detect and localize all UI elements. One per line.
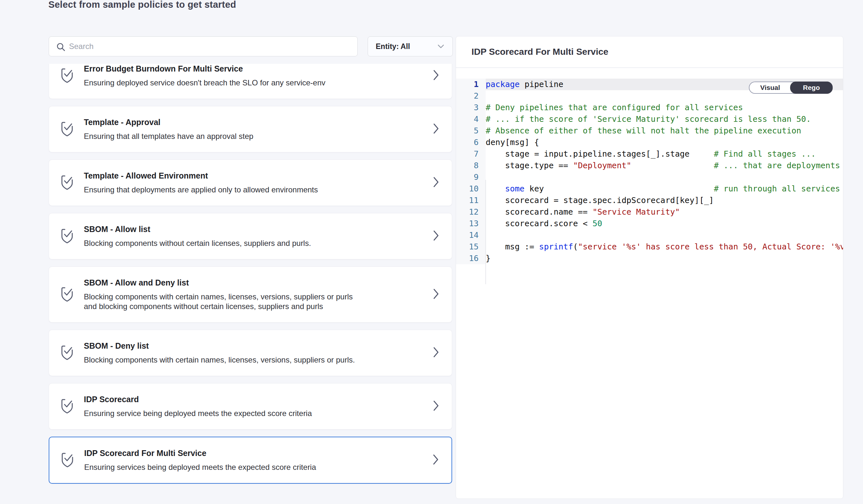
search-box xyxy=(49,36,358,56)
rego-code-editor: 1package pipeline23# Deny pipelines that… xyxy=(456,68,843,264)
detail-header: IDP Scorecard For Multi Service xyxy=(456,36,843,68)
policy-title: Template - Allowed Environment xyxy=(84,171,318,180)
code-line: 9 xyxy=(456,171,843,183)
line-number: 16 xyxy=(456,253,486,264)
indent-guide xyxy=(485,180,486,284)
search-input[interactable] xyxy=(49,37,357,56)
toggle-rego[interactable]: Rego xyxy=(790,81,833,94)
policy-description: Ensuring service being deployed meets th… xyxy=(84,409,312,418)
policy-shield-check-icon xyxy=(60,67,74,85)
chevron-right-icon xyxy=(433,69,439,82)
chevron-right-icon xyxy=(433,230,439,242)
policy-card[interactable]: SBOM - Deny listBlocking components with… xyxy=(49,329,452,376)
line-number: 5 xyxy=(456,125,486,137)
policy-card[interactable]: SBOM - Allow and Deny listBlocking compo… xyxy=(49,267,452,323)
line-number: 4 xyxy=(456,114,486,125)
policy-card[interactable]: Template - ApprovalEnsuring that all tem… xyxy=(49,106,452,152)
detail-title: IDP Scorecard For Multi Service xyxy=(472,47,608,57)
entity-filter-label: Entity: All xyxy=(376,42,410,51)
chevron-right-icon xyxy=(433,454,439,466)
policy-shield-check-icon xyxy=(60,120,74,138)
line-number: 11 xyxy=(456,195,486,206)
policy-card[interactable]: Error Budget Burndown For Multi ServiceE… xyxy=(49,64,452,99)
code-line: 7 stage = input.pipeline.stages[_].stage… xyxy=(456,148,843,160)
code-line: 3# Deny pipelines that are configured fo… xyxy=(456,102,843,114)
line-number: 15 xyxy=(456,241,486,253)
code-line: 8 stage.type == "Deployment" # ... that … xyxy=(456,160,843,171)
policy-description: Ensuring deployed service doesn't breach… xyxy=(84,78,325,88)
code-line: 11 scorecard = stage.spec.idpScorecard[k… xyxy=(456,195,843,206)
policy-card[interactable]: IDP Scorecard For Multi ServiceEnsuring … xyxy=(49,437,452,484)
policy-card[interactable]: SBOM - Allow listBlocking components wit… xyxy=(49,213,452,259)
code-text: scorecard = stage.spec.idpScorecard[key]… xyxy=(486,195,843,206)
line-number: 14 xyxy=(456,230,486,241)
code-line: 14 xyxy=(456,230,843,241)
policy-list: Error Budget Burndown For Multi ServiceE… xyxy=(49,64,452,504)
policy-shield-check-icon xyxy=(60,174,74,192)
line-number: 3 xyxy=(456,102,486,114)
code-line: 5# Absence of either of these will not h… xyxy=(456,125,843,137)
chevron-right-icon xyxy=(433,288,439,301)
code-text xyxy=(486,230,843,241)
policy-shield-check-icon xyxy=(60,227,74,245)
line-number: 9 xyxy=(456,171,486,183)
policy-title: Template - Approval xyxy=(84,117,253,127)
policy-title: Error Budget Burndown For Multi Service xyxy=(84,64,325,74)
code-text: stage.type == "Deployment" # ... that ar… xyxy=(486,160,843,171)
code-lines: 1package pipeline23# Deny pipelines that… xyxy=(456,79,843,264)
toggle-visual[interactable]: Visual xyxy=(750,82,791,93)
policy-card[interactable]: Template - Allowed EnvironmentEnsuring t… xyxy=(49,159,452,206)
code-text: deny[msg] { xyxy=(486,137,843,148)
policy-title: SBOM - Deny list xyxy=(84,341,355,351)
policy-title: SBOM - Allow and Deny list xyxy=(84,278,368,287)
policy-card[interactable]: IDP ScorecardEnsuring service being depl… xyxy=(49,383,452,429)
code-text: scorecard.name == "Service Maturity" xyxy=(486,206,843,218)
code-text xyxy=(486,171,843,183)
chevron-right-icon xyxy=(433,347,439,359)
line-number: 8 xyxy=(456,160,486,171)
page-title: Select from sample policies to get start… xyxy=(48,0,236,10)
code-text: some key # run through all services xyxy=(486,183,843,195)
line-number: 13 xyxy=(456,218,486,230)
policy-description: Blocking components with certain names, … xyxy=(84,355,355,365)
code-text: scorecard.score < 50 xyxy=(486,218,843,230)
chevron-down-icon xyxy=(437,44,445,49)
policy-shield-check-icon xyxy=(60,344,74,362)
chevron-right-icon xyxy=(433,123,439,135)
code-line: 4# ... if the score of 'Service Maturity… xyxy=(456,114,843,125)
policy-shield-check-icon xyxy=(60,285,74,303)
code-text: msg := sprintf("service '%s' has score l… xyxy=(486,241,843,253)
policy-description: Blocking components with certain names, … xyxy=(84,292,368,311)
code-line: 13 scorecard.score < 50 xyxy=(456,218,843,230)
search-icon xyxy=(56,42,66,53)
code-text: # Absence of either of these will not ha… xyxy=(486,125,843,137)
policy-description: Ensuring that all templates have an appr… xyxy=(84,131,253,141)
view-mode-toggle: Visual Rego xyxy=(749,81,833,94)
policy-description: Ensuring services being deployed meets t… xyxy=(84,463,316,472)
line-number: 6 xyxy=(456,137,486,148)
code-text: # ... if the score of 'Service Maturity'… xyxy=(486,114,843,125)
code-line: 16} xyxy=(456,253,843,264)
code-text: # Deny pipelines that are configured for… xyxy=(486,102,843,114)
policy-description: Blocking components without certain lice… xyxy=(84,238,311,248)
code-line: 12 scorecard.name == "Service Maturity" xyxy=(456,206,843,218)
policy-title: IDP Scorecard xyxy=(84,395,312,404)
entity-filter-dropdown[interactable]: Entity: All xyxy=(368,36,453,56)
chevron-right-icon xyxy=(433,177,439,189)
line-number: 2 xyxy=(456,90,486,102)
line-number: 7 xyxy=(456,148,486,160)
line-number: 1 xyxy=(456,79,486,90)
code-text: stage = input.pipeline.stages[_].stage #… xyxy=(486,148,843,160)
policy-shield-check-icon xyxy=(60,397,74,415)
code-line: 6deny[msg] { xyxy=(456,137,843,148)
policy-shield-check-icon xyxy=(60,451,75,469)
line-number: 12 xyxy=(456,206,486,218)
code-text: } xyxy=(486,253,843,264)
policy-description: Ensuring that deployments are applied on… xyxy=(84,185,318,195)
code-line: 15 msg := sprintf("service '%s' has scor… xyxy=(456,241,843,253)
policy-detail-panel: IDP Scorecard For Multi Service 1package… xyxy=(456,36,843,499)
policy-title: IDP Scorecard For Multi Service xyxy=(84,448,316,458)
line-number: 10 xyxy=(456,183,486,195)
policy-title: SBOM - Allow list xyxy=(84,224,311,234)
chevron-right-icon xyxy=(433,400,439,413)
